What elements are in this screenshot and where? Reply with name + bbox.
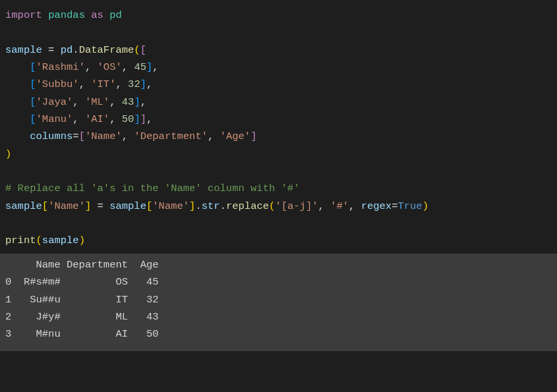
output-row: 2 J#y# ML 43 [5,311,159,323]
eq: = [91,200,109,212]
row-bracket-open: [ [30,113,36,125]
var-sample: sample [42,235,79,246]
fn-print: print [5,235,36,246]
comma: , [122,61,134,73]
comment: # Replace all 'a's in the 'Name' column … [5,182,299,194]
row-bracket-close: ] [134,96,140,108]
str-dept: 'AI' [85,113,109,125]
paren-close: ) [423,200,428,212]
fn-dataframe: DataFrame [79,44,134,56]
str-name: 'Subbu' [36,78,79,90]
str-pattern: '[a-j]' [275,200,318,212]
kwarg-columns: columns [30,130,73,142]
str-key: 'Name' [48,200,85,212]
comma: , [73,96,85,108]
bracket-open: [ [42,200,48,212]
comma: , [109,96,122,108]
num-age: 32 [128,78,140,90]
row-bracket-open: [ [30,96,36,108]
bracket-open: [ [146,200,152,212]
paren-open: ( [36,235,42,246]
num-age: 50 [122,113,134,125]
comma: , [109,113,122,125]
prop-str: str [202,200,220,212]
dot: . [220,200,226,212]
bracket-open: [ [140,44,146,56]
bracket-close: ] [140,113,146,125]
keyword-as: as [91,9,103,21]
operator-eq: = [42,44,61,56]
output-row: 3 M#nu AI 50 [5,328,159,340]
pd-ref: pd [61,44,73,56]
keyword-import: import [5,9,42,21]
comma: , [73,113,85,125]
paren-close: ) [79,235,85,246]
module-pandas: pandas [48,9,85,21]
paren-close: ) [5,148,11,160]
str-dept: 'ML' [85,96,109,108]
code-block: import pandas as pd sample = pd.DataFram… [0,0,557,254]
bracket-close: ] [85,200,91,212]
bracket-close: ] [250,130,256,142]
str-col: 'Age' [220,130,251,142]
output-block: Name Department Age 0 R#s#m# OS 45 1 Su#… [0,254,557,351]
output-row: 0 R#s#m# OS 45 [5,276,159,288]
output-row: 1 Su##u IT 32 [5,294,159,306]
str-dept: 'IT' [91,78,115,90]
bool-true: True [397,200,422,212]
dot: . [195,200,201,212]
row-bracket-open: [ [30,78,36,90]
comma: , [115,78,128,90]
str-name: 'Rashmi' [36,61,85,73]
comma: , [318,200,331,212]
str-name: 'Jaya' [36,96,73,108]
row-bracket-open: [ [30,61,36,73]
comma: , [146,113,152,125]
row-bracket-close: ] [146,61,152,73]
paren-open: ( [269,200,275,212]
paren-open: ( [134,44,140,56]
row-bracket-close: ] [140,78,146,90]
str-col: 'Department' [134,130,208,142]
bracket-open: [ [79,130,85,142]
fn-replace: replace [226,200,269,212]
output-header: Name Department Age [5,259,159,271]
comma: , [146,78,152,90]
num-age: 43 [122,96,134,108]
comma: , [208,130,220,142]
str-name: 'Manu' [36,113,73,125]
var-sample: sample [109,200,146,212]
comma: , [140,96,146,108]
str-replace: '#' [330,200,349,212]
comma: , [122,130,134,142]
str-dept: 'OS' [98,61,122,73]
var-sample: sample [5,44,42,56]
num-age: 45 [134,61,146,73]
eq: = [73,130,78,142]
dot: . [73,44,78,56]
comma: , [349,200,361,212]
bracket-close: ] [189,200,195,212]
comma: , [79,78,92,90]
kwarg-regex: regex [361,200,392,212]
row-bracket-close: ] [134,113,140,125]
var-sample: sample [5,200,42,212]
alias-pd: pd [109,9,122,21]
str-key: 'Name' [152,200,189,212]
comma: , [152,61,158,73]
comma: , [85,61,98,73]
str-col: 'Name' [85,130,122,142]
